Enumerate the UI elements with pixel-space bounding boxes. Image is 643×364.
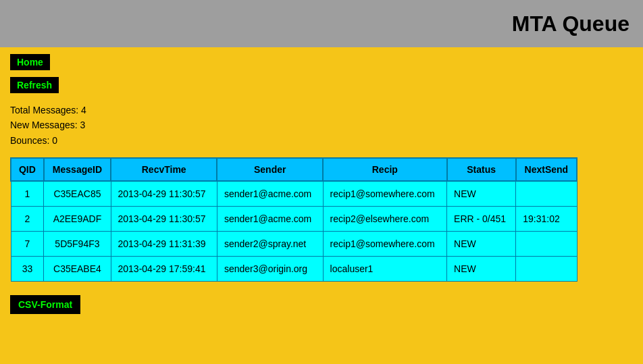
cell-0-3: sender1@acme.com [217, 181, 323, 207]
cell-1-0: 2 [11, 207, 44, 232]
total-messages-stat: Total Messages: 4 [10, 103, 633, 118]
cell-2-4: recip1@somewhere.com [323, 232, 446, 257]
col-qid: QID [11, 158, 44, 181]
table-row: 2A2EE9ADF2013-04-29 11:30:57sender1@acme… [11, 207, 577, 232]
main-content: Home Refresh Total Messages: 4 New Messa… [0, 47, 643, 321]
cell-0-0: 1 [11, 181, 44, 207]
cell-1-3: sender1@acme.com [217, 207, 323, 232]
cell-0-5: NEW [447, 181, 516, 207]
cell-3-2: 2013-04-29 17:59:41 [111, 257, 217, 282]
table-row: 33C35EABE42013-04-29 17:59:41sender3@ori… [11, 257, 577, 282]
cell-0-6 [516, 181, 577, 207]
col-messageid: MessageID [44, 158, 111, 181]
cell-2-6 [516, 232, 577, 257]
cell-1-4: recip2@elsewhere.com [323, 207, 446, 232]
cell-2-3: sender2@spray.net [217, 232, 323, 257]
cell-1-6: 19:31:02 [516, 207, 577, 232]
cell-2-0: 7 [11, 232, 44, 257]
cell-3-3: sender3@origin.org [217, 257, 323, 282]
cell-1-5: ERR - 0/451 [447, 207, 516, 232]
cell-3-6 [516, 257, 577, 282]
cell-1-2: 2013-04-29 11:30:57 [111, 207, 217, 232]
col-nextsend: NextSend [516, 158, 577, 181]
cell-3-5: NEW [447, 257, 516, 282]
col-sender: Sender [217, 158, 323, 181]
queue-table: QID MessageID RecvTime Sender Recip Stat… [10, 157, 577, 282]
csv-format-button[interactable]: CSV-Format [10, 295, 80, 314]
page-title: MTA Queue [512, 11, 629, 36]
cell-2-2: 2013-04-29 11:31:39 [111, 232, 217, 257]
cell-3-1: C35EABE4 [44, 257, 111, 282]
col-recip: Recip [323, 158, 446, 181]
col-recvtime: RecvTime [111, 158, 217, 181]
page-header: MTA Queue [0, 0, 643, 47]
cell-3-0: 33 [11, 257, 44, 282]
new-messages-stat: New Messages: 3 [10, 118, 633, 132]
cell-1-1: A2EE9ADF [44, 207, 111, 232]
table-row: 75D5F94F32013-04-29 11:31:39sender2@spra… [11, 232, 577, 257]
cell-0-1: C35EAC85 [44, 181, 111, 207]
refresh-button[interactable]: Refresh [10, 77, 59, 93]
bounces-stat: Bounces: 0 [10, 133, 633, 148]
cell-0-2: 2013-04-29 11:30:57 [111, 181, 217, 207]
home-button[interactable]: Home [10, 54, 50, 70]
col-status: Status [447, 158, 516, 181]
cell-3-4: localuser1 [323, 257, 446, 282]
table-row: 1C35EAC852013-04-29 11:30:57sender1@acme… [11, 181, 577, 207]
cell-2-5: NEW [447, 232, 516, 257]
stats-panel: Total Messages: 4 New Messages: 3 Bounce… [10, 103, 633, 148]
cell-2-1: 5D5F94F3 [44, 232, 111, 257]
table-header-row: QID MessageID RecvTime Sender Recip Stat… [11, 158, 577, 181]
cell-0-4: recip1@somewhere.com [323, 181, 446, 207]
